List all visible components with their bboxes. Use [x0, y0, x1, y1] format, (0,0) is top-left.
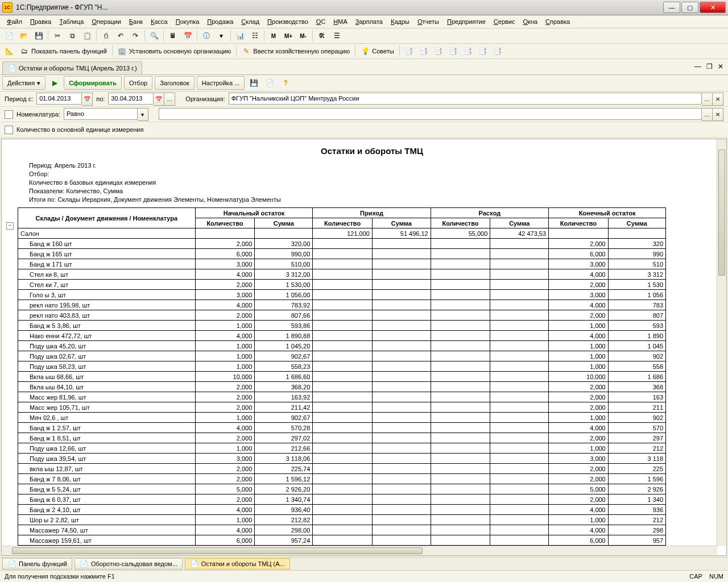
table-row[interactable]: Банд ж 7 8,06, шт2,0001 596,122,0001 596: [18, 474, 666, 484]
tb-icon-5[interactable]: 📑: [461, 44, 475, 58]
date-to-picker-icon[interactable]: 📅: [154, 93, 164, 106]
ruler-icon[interactable]: 📐: [2, 44, 16, 58]
show-panel-button[interactable]: 🗂Показать панель функций: [17, 44, 110, 58]
tb-icon-4[interactable]: 📑: [446, 44, 460, 58]
table-row[interactable]: Банд ж 1 8,51, шт2,000297,022,000297: [18, 433, 666, 443]
task-tab[interactable]: 📄Панель функций: [2, 558, 72, 569]
menu-окна[interactable]: Окна: [520, 17, 541, 26]
table-row[interactable]: Банд ж 6 0,37, шт2,0001 340,742,0001 340: [18, 494, 666, 505]
table-row[interactable]: Банд ж 1 2,57, шт4,000570,284,000570: [18, 423, 666, 433]
run-icon[interactable]: ▶: [48, 76, 61, 90]
new-icon[interactable]: 📄: [2, 29, 16, 43]
tb-icon-7[interactable]: 📑: [491, 44, 504, 58]
calendar-icon[interactable]: 📅: [181, 29, 195, 43]
filter-button[interactable]: Отбор: [124, 76, 152, 90]
calc-icon[interactable]: 🖩: [166, 29, 180, 43]
menu-предприятие[interactable]: Предприятие: [444, 17, 489, 26]
open-icon[interactable]: 📂: [17, 29, 31, 43]
menu-касса[interactable]: Касса: [147, 17, 171, 26]
help-icon[interactable]: ?: [279, 76, 292, 90]
table-row[interactable]: Мяч 02,6 , шт1,000902,671,000902: [18, 413, 666, 423]
menu-покупка[interactable]: Покупка: [172, 17, 203, 26]
table-row[interactable]: Поду шка 39,54, шт3,0003 118,063,0003 11…: [18, 454, 666, 464]
table-row[interactable]: Банд ж 165 шт6,000990,006,000990: [18, 249, 666, 259]
maximize-button[interactable]: ▢: [681, 2, 698, 13]
header-button[interactable]: Заголовок: [155, 76, 195, 90]
date-from-input[interactable]: [36, 93, 82, 105]
minimize-button[interactable]: —: [663, 2, 680, 13]
doc-minimize-button[interactable]: —: [693, 61, 703, 72]
tree-icon[interactable]: ☷: [248, 29, 262, 43]
task-tab[interactable]: 📄Остатки и обороты ТМЦ (А...: [185, 558, 290, 569]
table-row[interactable]: рекл нато 403,83, шт2,000807,662,000807: [18, 310, 666, 321]
vertical-scrollbar[interactable]: [717, 139, 726, 546]
undo-icon[interactable]: ↶: [114, 29, 127, 43]
print-icon[interactable]: ⎙: [99, 29, 113, 43]
org-select-button[interactable]: …: [702, 93, 713, 106]
table-row[interactable]: Банд ж 5 3,86, шт1,000593,861,000593: [18, 321, 666, 331]
dropdown-icon[interactable]: ▾: [214, 29, 228, 43]
table-row[interactable]: Вкла ыш 68,66, шт10,0001 686,6010,0001 6…: [18, 372, 666, 382]
table-row[interactable]: вкла ыш 12,87, шт2,000225,742,000225: [18, 464, 666, 474]
m-minus-button[interactable]: M-: [296, 29, 310, 43]
menu-зарплата[interactable]: Зарплата: [352, 17, 386, 26]
enter-op-button[interactable]: ✎Ввести хозяйственную операцию: [239, 44, 353, 58]
tb-icon-6[interactable]: 📑: [476, 44, 490, 58]
table-row[interactable]: Массажер 74,50, шт4,000298,004,000298: [18, 525, 666, 535]
table-row[interactable]: Массажер 159,61, шт6,000957,246,000957: [18, 535, 666, 546]
table-row[interactable]: Голо ы 3, шт3,0001 056,003,0001 056: [18, 290, 666, 300]
doc-close-button[interactable]: ✕: [715, 61, 726, 72]
qty-base-checkbox[interactable]: [5, 126, 13, 134]
org-input[interactable]: [229, 93, 702, 105]
table-row[interactable]: рекл нато 195,98, шт4,000783,924,000783: [18, 300, 666, 310]
table-row[interactable]: Банд ж 160 шт2,000320,002,000320: [18, 239, 666, 249]
document-tab[interactable]: 📄 Остатки и обороты ТМЦ (Апрель 2013 г.): [2, 61, 142, 74]
menu-отчеты[interactable]: Отчеты: [414, 17, 442, 26]
tb-icon-2[interactable]: 📑: [417, 44, 431, 58]
tree-collapse-toggle[interactable]: −: [6, 222, 14, 230]
menu-банк[interactable]: Банк: [126, 17, 146, 26]
table-row[interactable]: Банд ж 171 шт3,000510,003,000510: [18, 259, 666, 269]
table-row[interactable]: Стел ки 7, шт2,0001 530,002,0001 530: [18, 280, 666, 290]
menu-сервис[interactable]: Сервис: [490, 17, 519, 26]
table-row[interactable]: Банд ж 2 4,10, шт4,000936,404,000936: [18, 505, 666, 515]
close-button[interactable]: ✕: [700, 2, 726, 13]
table-row[interactable]: Поду шка 58,23, шт1,000558,231,000558: [18, 361, 666, 372]
set-org-button[interactable]: 🏢Установить основную организацию: [115, 44, 234, 58]
save-icon[interactable]: 💾: [32, 29, 46, 43]
menu-склад[interactable]: Склад: [238, 17, 263, 26]
date-from-picker-icon[interactable]: 📅: [82, 93, 93, 106]
actions-button[interactable]: Действия ▾: [2, 76, 46, 90]
task-tab[interactable]: 📄Оборотно-сальдовая ведом...: [75, 558, 183, 569]
table-row[interactable]: Масс жер 105,71, шт2,000211,422,000211: [18, 402, 666, 413]
table-row[interactable]: Масс жер 81,96, шт2,000163,922,000163: [18, 392, 666, 402]
menu-операции[interactable]: Операции: [88, 17, 124, 26]
org-clear-button[interactable]: ✕: [713, 93, 723, 106]
table-row[interactable]: Шор ы 2 2,82, шт1,000212,821,000212: [18, 515, 666, 525]
menu-правка[interactable]: Правка: [27, 17, 55, 26]
save-settings-icon[interactable]: 💾: [247, 76, 260, 90]
m-plus-button[interactable]: M+: [282, 29, 295, 43]
tb-icon-3[interactable]: 📑: [432, 44, 445, 58]
menu-ос[interactable]: ОС: [313, 17, 329, 26]
paste-icon[interactable]: 📋: [80, 29, 94, 43]
horizontal-scrollbar[interactable]: [2, 546, 717, 555]
period-select-button[interactable]: …: [164, 93, 175, 106]
nomen-op-dropdown-icon[interactable]: ▾: [138, 108, 148, 121]
nomen-checkbox[interactable]: [5, 110, 13, 119]
m-button[interactable]: M: [267, 29, 280, 43]
menu-справка[interactable]: Справка: [542, 17, 573, 26]
list-icon[interactable]: ☰: [330, 29, 344, 43]
find-icon[interactable]: 🔍: [147, 29, 161, 43]
print-report-icon[interactable]: 📄: [263, 76, 276, 90]
table-row[interactable]: Бандаж 1 50, шт1,0001 350,001,0001 350: [18, 556, 666, 556]
settings-button[interactable]: Настройка ...: [197, 76, 245, 90]
table-row[interactable]: Стел ки 8, шт4,0003 312,004,0003 312: [18, 269, 666, 280]
table-row[interactable]: Вкла ыш 84,10, шт2,000368,202,000368: [18, 382, 666, 392]
table-row[interactable]: Поду шка 45,20, шт1,0001 045,201,0001 04…: [18, 341, 666, 351]
nomen-value-input[interactable]: [159, 108, 702, 120]
tb-icon-1[interactable]: 📑: [402, 44, 416, 58]
nomen-clear-button[interactable]: ✕: [713, 108, 723, 121]
tips-button[interactable]: 💡Советы: [358, 44, 396, 58]
group-cell[interactable]: Салон: [18, 228, 196, 239]
